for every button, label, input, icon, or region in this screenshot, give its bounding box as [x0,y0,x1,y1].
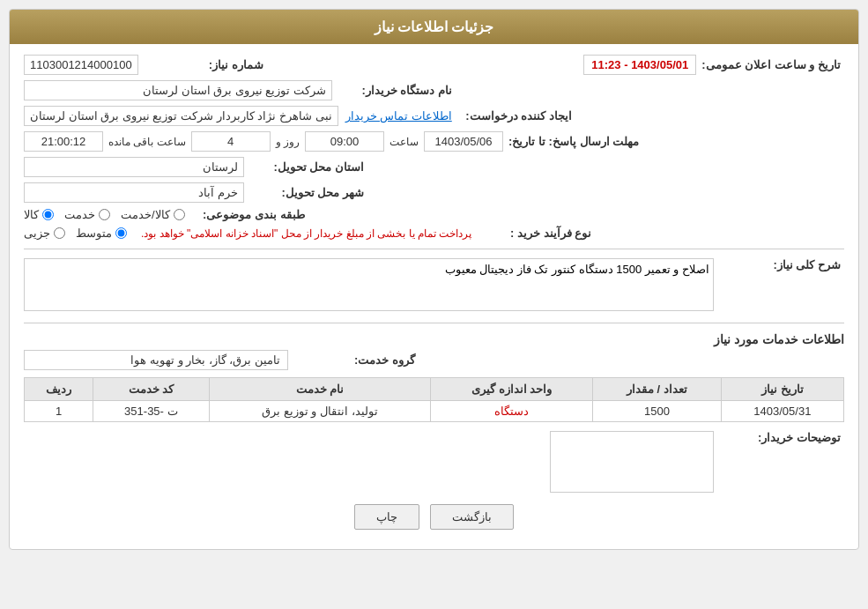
need-desc-container [24,258,714,314]
divider-2 [24,323,844,323]
cell-code: ت -35-351 [93,401,209,422]
table-header-row: تاریخ نیاز تعداد / مقدار واحد اندازه گیر… [25,378,844,401]
print-button[interactable]: چاپ [354,504,419,530]
col-unit: واحد اندازه گیری [431,378,593,401]
process-row: نوع فرآیند خرید : پرداخت تمام یا بخشی از… [24,227,844,240]
service-table-head: تاریخ نیاز تعداد / مقدار واحد اندازه گیر… [25,378,844,401]
service-table: تاریخ نیاز تعداد / مقدار واحد اندازه گیر… [24,377,844,422]
buyer-desc-label: توضیحات خریدار: [721,431,844,444]
deadline-label: مهلت ارسال پاسخ: تا تاریخ: [508,135,639,148]
main-card: جزئیات اطلاعات نیاز تاریخ و ساعت اعلان ع… [9,9,859,550]
card-body: تاریخ و ساعت اعلان عمومی: 1403/05/01 - 1… [10,44,858,549]
services-title: اطلاعات خدمات مورد نیاز [24,332,844,346]
buyer-desc-textarea[interactable] [550,431,714,493]
deadline-time-label: ساعت [389,136,419,148]
cell-name: تولید، انتقال و توزیع برق [209,401,431,422]
buyer-value: شرکت توزیع نیروی برق استان لرستان [24,80,332,100]
service-table-body: 1403/05/31 1500 دستگاه تولید، انتقال و ت… [25,401,844,422]
need-number-value2: 1103001214000100 [24,55,138,75]
process-option-jozei[interactable]: جزیی [24,227,65,240]
deadline-day-label: روز و [276,136,300,148]
city-value: خرم آباد [24,182,244,203]
need-desc-label: شرح کلی نیاز: [721,258,844,271]
province-label: استان محل تحویل: [244,160,367,174]
col-quantity: تعداد / مقدار [593,378,722,401]
table-row: 1403/05/31 1500 دستگاه تولید، انتقال و ت… [25,401,844,422]
category-option-khadamat[interactable]: خدمت [64,208,110,221]
category-label-kala: کالا [24,208,39,221]
category-option-kala-khadamat[interactable]: کالا/خدمت [121,208,185,221]
category-label-khadamat: خدمت [64,208,95,221]
creator-label: ایجاد کننده درخواست: [452,109,575,123]
deadline-remaining-label: ساعت باقی مانده [108,136,186,148]
cell-date: 1403/05/31 [721,401,843,422]
header-title: جزئیات اطلاعات نیاز [375,19,494,34]
process-note: پرداخت تمام یا بخشی از مبلغ خریدار از مح… [141,227,471,240]
col-need-date: تاریخ نیاز [721,378,843,401]
process-option-motavasset[interactable]: متوسط [76,227,127,240]
category-label: طبقه بندی موضوعی: [185,208,308,221]
province-row: استان محل تحویل: لرستان [24,157,844,177]
service-group-row: گروه خدمت: تامین برق، گاز، بخار و تهویه … [24,350,844,370]
category-radio-group: کالا/خدمت خدمت کالا [24,208,185,221]
buyer-desc-row: توضیحات خریدار: [24,431,844,495]
contact-info-link[interactable]: اطلاعات تماس خریدار [345,109,452,123]
announce-row: تاریخ و ساعت اعلان عمومی: 1403/05/01 - 1… [24,55,844,75]
process-label: نوع فرآیند خرید : [471,227,595,240]
need-number-label2: شماره نیاز: [144,58,267,71]
process-radio-jozei[interactable] [54,227,65,239]
need-desc-row: شرح کلی نیاز: [24,258,844,314]
category-radio-kala-khadamat[interactable] [174,209,185,220]
process-radio-motavasset[interactable] [115,227,127,239]
cell-row: 1 [25,401,93,422]
category-row: طبقه بندی موضوعی: کالا/خدمت خدمت کالا [24,208,844,221]
deadline-time: 09:00 [305,131,384,152]
buyer-label: نام دستگاه خریدار: [332,84,456,97]
back-button[interactable]: بازگشت [430,504,514,530]
process-label-jozei: جزیی [24,227,50,240]
page-container: جزئیات اطلاعات نیاز تاریخ و ساعت اعلان ع… [0,0,868,609]
col-service-code: کد خدمت [93,378,209,401]
deadline-row: مهلت ارسال پاسخ: تا تاریخ: 1403/05/06 سا… [24,131,844,152]
need-desc-textarea[interactable] [24,258,714,311]
process-radio-group: متوسط جزیی [24,227,127,240]
category-radio-kala[interactable] [42,209,54,220]
service-group-value: تامین برق، گاز، بخار و تهویه هوا [24,350,288,370]
category-label-kala-khadamat: کالا/خدمت [121,208,170,221]
divider-1 [24,249,844,249]
buyer-desc-container [24,431,714,495]
button-row: بازگشت چاپ [24,504,844,538]
city-label: شهر محل تحویل: [244,186,367,199]
col-service-name: نام خدمت [209,378,431,401]
deadline-date: 1403/05/06 [424,131,503,152]
city-row: شهر محل تحویل: خرم آباد [24,182,844,203]
deadline-day: 4 [191,131,271,152]
category-radio-khadamat[interactable] [99,209,110,220]
deadline-remaining: 21:00:12 [24,131,103,152]
announce-value: 1403/05/01 - 11:23 [583,55,696,75]
announce-label: تاریخ و ساعت اعلان عمومی: [701,58,844,71]
buyer-row: نام دستگاه خریدار: شرکت توزیع نیروی برق … [24,80,844,100]
service-group-label: گروه خدمت: [295,353,419,367]
card-header: جزئیات اطلاعات نیاز [10,10,858,44]
process-label-motavasset: متوسط [76,227,112,240]
creator-row: ایجاد کننده درخواست: اطلاعات تماس خریدار… [24,106,844,126]
cell-quantity: 1500 [593,401,722,422]
cell-unit: دستگاه [431,401,593,422]
category-option-kala[interactable]: کالا [24,208,54,221]
col-row: ردیف [25,378,93,401]
province-value: لرستان [24,157,244,177]
creator-value: نبی شاهرخ نژاد کاربردار شرکت توزیع نیروی… [24,106,338,126]
